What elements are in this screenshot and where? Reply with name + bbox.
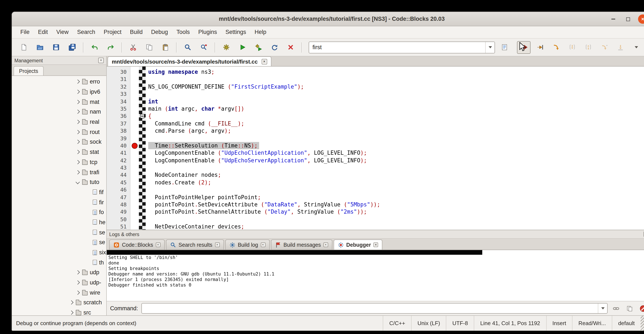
menu-debug[interactable]: Debug [147,26,172,38]
menu-plugins[interactable]: Plugins [194,26,221,38]
build-target-combobox[interactable] [309,41,495,53]
build-target-dropdown-icon[interactable] [485,42,494,53]
tree-item-src[interactable]: src [12,308,106,315]
line-number[interactable]: 49 [107,208,130,216]
line-number[interactable]: 35 [107,105,130,113]
management-close-icon[interactable]: × [98,58,104,63]
line-number-gutter[interactable]: 3031323334353637383940414243444546474849… [107,67,130,230]
chevron-right-icon[interactable] [76,170,80,174]
fold-marker[interactable] [140,114,144,118]
tab-close-icon[interactable]: × [156,242,160,247]
tree-item-se[interactable]: se [12,227,106,237]
command-combobox[interactable] [142,303,608,314]
fold-margin[interactable] [139,67,146,230]
line-number[interactable]: 36 [107,113,130,120]
menu-settings[interactable]: Settings [221,26,250,38]
compiler-options-button[interactable] [498,41,511,54]
chevron-right-icon[interactable] [69,300,74,305]
find-button[interactable] [181,41,194,54]
chevron-right-icon[interactable] [76,80,80,84]
tree-item-mat[interactable]: mat [12,97,106,107]
tree-item-fo[interactable]: fo [12,207,106,217]
chevron-right-icon[interactable] [76,90,80,94]
build-target-input[interactable] [309,44,485,51]
line-number[interactable]: 44 [107,171,130,179]
tree-item-sock[interactable]: sock [12,137,106,147]
line-number[interactable]: 43 [107,164,130,171]
breakpoint-marker[interactable] [132,143,138,149]
title-bar[interactable]: mnt/dev/tools/source/ns-3-dev/examples/t… [12,12,644,26]
tree-item-fif[interactable]: fif [12,187,106,197]
chevron-right-icon[interactable] [76,290,80,295]
tree-item-erro[interactable]: erro [12,77,106,87]
chevron-right-icon[interactable] [76,280,80,285]
tab-codeblocks[interactable]: Code::Blocks × [109,239,164,250]
code-area[interactable]: using namespace ns3;NS_LOG_COMPONENT_DEF… [146,67,644,230]
clear-log-button[interactable] [638,303,644,313]
cut-button[interactable] [126,41,140,54]
line-number[interactable]: 46 [107,186,130,194]
save-button[interactable] [49,41,63,54]
close-button[interactable]: × [638,15,644,24]
tree-item-trafi[interactable]: trafi [12,167,106,177]
chevron-right-icon[interactable] [76,120,80,124]
line-number[interactable]: 30 [107,68,130,76]
tab-projects[interactable]: Projects [14,66,44,76]
resize-grip[interactable] [640,316,644,330]
editor-tab[interactable]: mnt/dev/tools/source/ns-3-dev/examples/t… [108,56,271,66]
chevron-right-icon[interactable] [76,100,80,104]
build-button[interactable] [219,41,233,54]
chevron-right-icon[interactable] [76,270,80,275]
tree-item-se[interactable]: se [12,237,106,247]
chevron-right-icon[interactable] [76,150,80,154]
tree-item-fir[interactable]: fir [12,197,106,207]
save-all-button[interactable] [65,41,79,54]
editor-tab-close-icon[interactable]: × [262,59,267,64]
command-dropdown-icon[interactable] [598,303,607,313]
tab-build-messages[interactable]: Build messages × [271,239,332,250]
paste-button[interactable] [158,41,172,54]
line-number[interactable]: 40 [107,142,130,149]
tree-item-ipv6[interactable]: ipv6 [12,87,106,97]
tree-item-six[interactable]: six [12,247,106,257]
menu-help[interactable]: Help [250,26,271,38]
line-number[interactable]: 31 [107,76,130,83]
line-number[interactable]: 50 [107,216,130,223]
tab-search-results[interactable]: Search results × [166,239,224,250]
menu-tools[interactable]: Tools [172,26,194,38]
step-out-button[interactable] [581,41,595,54]
menu-build[interactable]: Build [126,26,147,38]
line-number[interactable]: 45 [107,179,130,186]
next-instruction-button[interactable] [598,41,611,54]
open-file-button[interactable] [33,41,46,54]
maximize-button[interactable] [623,15,632,24]
line-number[interactable]: 42 [107,157,130,164]
line-number[interactable]: 39 [107,135,130,142]
line-number[interactable]: 48 [107,201,130,208]
line-number[interactable]: 51 [107,223,130,230]
abort-build-button[interactable] [284,41,297,54]
tab-close-icon[interactable]: × [374,242,378,247]
menu-file[interactable]: File [16,26,34,38]
undo-button[interactable] [88,41,101,54]
run-button[interactable] [236,41,249,54]
tree-item-scratch[interactable]: scratch [12,297,106,307]
tab-close-icon[interactable]: × [215,242,220,247]
breakpoint-margin[interactable] [130,67,139,230]
next-line-button[interactable] [549,41,563,54]
chevron-right-icon[interactable] [76,140,80,144]
tree-item-th[interactable]: th [12,257,106,267]
copy-log-button[interactable] [624,303,635,313]
tree-item-nam[interactable]: nam [12,107,106,117]
command-input[interactable] [142,305,598,311]
tree-item-he[interactable]: he [12,217,106,227]
build-and-run-button[interactable] [252,41,265,54]
line-number[interactable]: 33 [107,90,130,98]
tree-item-tcp[interactable]: tcp [12,157,106,167]
minimize-button[interactable] [608,15,618,24]
chevron-right-icon[interactable] [69,310,74,315]
editor-surface[interactable]: 3031323334353637383940414243444546474849… [107,67,644,230]
copy-button[interactable] [142,41,156,54]
menu-view[interactable]: View [52,26,73,38]
tab-close-icon[interactable]: × [324,242,328,247]
